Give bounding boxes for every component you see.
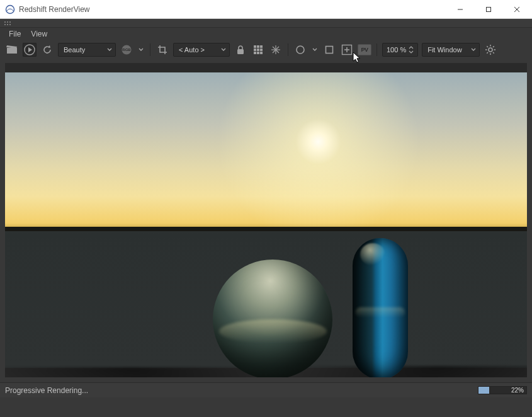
rendered-image	[5, 72, 527, 368]
maximize-button[interactable]	[474, 0, 502, 18]
divider	[288, 43, 288, 56]
lock-icon[interactable]	[234, 43, 247, 57]
fit-select-value: Fit Window	[427, 46, 461, 54]
menu-view[interactable]: View	[27, 28, 51, 40]
svg-rect-2	[486, 7, 490, 11]
svg-rect-14	[260, 49, 263, 51]
refresh-button[interactable]	[40, 43, 54, 57]
svg-point-22	[297, 46, 304, 54]
svg-rect-8	[237, 49, 244, 54]
zoom-input[interactable]: 100 %	[382, 43, 418, 57]
window-title: Redshift RenderView	[19, 5, 90, 14]
svg-point-0	[6, 5, 14, 13]
svg-rect-17	[260, 52, 263, 54]
stepper-icon	[409, 46, 414, 54]
progress-percent: 22%	[511, 387, 524, 394]
clapper-icon[interactable]	[5, 43, 19, 57]
menu-file[interactable]: File	[5, 28, 25, 40]
svg-rect-11	[260, 45, 263, 48]
viewport-container	[0, 59, 532, 382]
pv-badge[interactable]: PV	[358, 44, 371, 55]
zoom-value: 100 %	[387, 46, 406, 54]
rgb-icon[interactable]: RGB	[120, 43, 133, 57]
svg-line-34	[493, 46, 494, 47]
square-icon[interactable]	[322, 43, 336, 57]
svg-rect-16	[257, 52, 259, 54]
divider	[376, 43, 377, 56]
grip-icon	[4, 21, 11, 26]
svg-rect-23	[326, 47, 333, 54]
circle-icon[interactable]	[293, 43, 307, 57]
gear-icon[interactable]	[484, 43, 497, 57]
progress-fill	[478, 387, 489, 394]
rgb-dropdown[interactable]	[137, 43, 145, 57]
snapshot-plus-icon[interactable]	[340, 43, 354, 57]
aov-select[interactable]: Beauty	[58, 43, 116, 57]
chevron-down-icon	[107, 47, 112, 52]
svg-rect-13	[257, 49, 259, 51]
status-text: Progressive Rendering...	[5, 386, 88, 395]
fit-select[interactable]: Fit Window	[422, 43, 480, 57]
progress-bar: 22%	[478, 386, 527, 394]
region-select[interactable]: < Auto >	[173, 43, 230, 57]
svg-line-35	[487, 52, 489, 54]
titlebar: Redshift RenderView	[0, 0, 532, 19]
menubar: File View	[0, 28, 532, 40]
svg-rect-15	[254, 52, 256, 54]
circle-dropdown[interactable]	[311, 43, 319, 57]
region-select-value: < Auto >	[179, 46, 205, 54]
svg-rect-10	[257, 45, 259, 48]
svg-rect-9	[254, 45, 256, 48]
close-button[interactable]	[502, 0, 531, 18]
grid-icon[interactable]	[251, 43, 265, 57]
chevron-down-icon	[471, 47, 476, 52]
svg-line-33	[493, 52, 494, 54]
drag-grip-bar[interactable]	[0, 19, 532, 28]
play-button[interactable]	[23, 43, 37, 57]
toolbar: Beauty RGB < Auto >	[0, 40, 532, 59]
minimize-button[interactable]	[446, 0, 474, 18]
svg-line-32	[487, 46, 489, 47]
statusbar: Progressive Rendering... 22%	[0, 382, 532, 397]
chevron-down-icon	[221, 47, 226, 52]
render-viewport[interactable]	[5, 63, 527, 377]
divider	[150, 43, 150, 56]
app-icon	[5, 4, 15, 14]
rendered-sphere	[213, 260, 332, 377]
crop-icon[interactable]	[156, 43, 169, 57]
svg-rect-12	[254, 49, 256, 51]
svg-point-27	[489, 48, 492, 52]
aov-select-value: Beauty	[64, 46, 85, 54]
rendered-capsule	[353, 238, 408, 377]
snowflake-icon[interactable]	[269, 43, 283, 57]
svg-text:RGB: RGB	[122, 48, 131, 52]
